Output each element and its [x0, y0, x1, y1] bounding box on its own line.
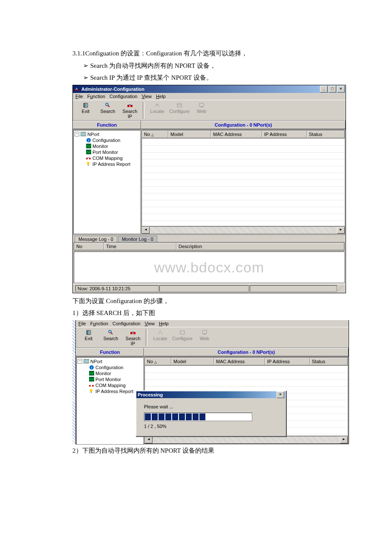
- log-body[interactable]: www.bdocx.com: [74, 251, 345, 283]
- tree-ip-report[interactable]: IP Address Report: [75, 161, 139, 167]
- svg-point-11: [157, 104, 158, 105]
- tree-root-2[interactable]: −NPort: [78, 358, 142, 364]
- toolbar-exit[interactable]: Exit: [75, 102, 96, 119]
- app-icon: [74, 86, 80, 92]
- svg-rect-30: [130, 332, 133, 334]
- toolbar-web-label-2: Web: [200, 336, 209, 341]
- tree-com-mapping-2[interactable]: COM Mapping: [78, 382, 142, 388]
- col-ip-2[interactable]: IP Address: [265, 358, 310, 365]
- bulb-icon-2: [89, 389, 94, 393]
- menu-function[interactable]: Function: [87, 94, 105, 99]
- col-no[interactable]: No △: [142, 130, 168, 138]
- toolbar-search[interactable]: Search: [98, 102, 118, 119]
- minimize-button[interactable]: _: [320, 86, 328, 92]
- tree-monitor[interactable]: Monitor: [75, 143, 139, 149]
- column-headers-2: No △ Model MAC Address IP Address Status: [144, 357, 348, 366]
- log-column-headers: No Time Description: [74, 242, 345, 251]
- folder-icon: [81, 132, 86, 136]
- close-button[interactable]: ×: [337, 86, 345, 92]
- app-window-2: File Function Configuration View Help Ex…: [75, 320, 349, 444]
- tree-port-monitor[interactable]: Port Monitor: [75, 149, 139, 155]
- tree-root[interactable]: −NPort: [75, 131, 139, 137]
- toolbar-web: Web: [191, 102, 212, 119]
- menu-configuration[interactable]: Configuration: [110, 94, 137, 99]
- col-status[interactable]: Status: [307, 130, 345, 138]
- tree-ip-report-2[interactable]: IP Address Report: [78, 388, 142, 394]
- maximize-button[interactable]: □: [329, 86, 336, 92]
- col-status-2[interactable]: Status: [310, 358, 348, 365]
- status-time: Now: 2006-9-11 10:21:25: [75, 285, 159, 292]
- tree-view[interactable]: −NPort iConfiguration Monitor Port Monit…: [73, 130, 141, 234]
- folder-icon-2: [84, 359, 89, 364]
- tree-configuration[interactable]: iConfiguration: [75, 137, 139, 143]
- logcol-time[interactable]: Time: [104, 243, 176, 250]
- app-window-1: Administrator-Configuration _ □ × File F…: [72, 85, 346, 293]
- toolbar: Exit Search Search IP Locate Configure W…: [73, 100, 346, 120]
- h-scrollbar-2[interactable]: ◄►: [144, 436, 348, 444]
- progress-bar: [144, 413, 252, 421]
- menu-view[interactable]: View: [141, 94, 152, 99]
- toolbar-web-label: Web: [197, 109, 206, 114]
- tab-monitor-log[interactable]: Monitor Log - 0: [118, 236, 157, 242]
- menu-help-2[interactable]: Help: [159, 321, 169, 326]
- h-scrollbar[interactable]: ◄►: [141, 226, 345, 234]
- dialog-titlebar[interactable]: Processing ×: [136, 391, 285, 398]
- col-model[interactable]: Model: [168, 130, 211, 138]
- toolbar-searchip[interactable]: Search IP: [120, 102, 140, 119]
- titlebar[interactable]: Administrator-Configuration _ □ ×: [73, 85, 346, 93]
- tree-view-2[interactable]: −NPort iConfiguration Monitor Port Monit…: [76, 357, 144, 445]
- collapse-icon-2[interactable]: −: [78, 359, 82, 364]
- tree-com-mapping[interactable]: COM Mapping: [75, 155, 139, 161]
- scroll-right-icon-2[interactable]: ►: [340, 436, 348, 443]
- list-grid[interactable]: [141, 139, 345, 226]
- toolbar-search-label: Search: [101, 109, 115, 114]
- tree-config-label: Configuration: [92, 138, 120, 143]
- col-no-2[interactable]: No △: [145, 358, 171, 365]
- tree-monitor-label: Monitor: [92, 144, 108, 149]
- toolbar-search-2[interactable]: Search: [101, 329, 121, 346]
- tab-message-log[interactable]: Message Log - 0: [75, 236, 117, 242]
- toolbar-searchip-2[interactable]: Search IP: [123, 329, 143, 346]
- menu-file[interactable]: File: [75, 94, 83, 99]
- tree-monitor-2[interactable]: Monitor: [78, 370, 142, 376]
- scroll-left-icon[interactable]: ◄: [142, 227, 150, 234]
- svg-rect-27: [88, 330, 91, 335]
- toolbar-configure-label-2: Configure: [172, 336, 193, 341]
- toolbar-web-2: Web: [194, 329, 215, 346]
- logcol-no[interactable]: No: [74, 243, 104, 250]
- logcol-desc[interactable]: Description: [176, 243, 344, 250]
- web-icon: [191, 102, 212, 109]
- pane-header-config: Configuration - 0 NPort(s): [141, 121, 346, 129]
- menu-file-2[interactable]: File: [78, 321, 86, 326]
- menu-help[interactable]: Help: [156, 94, 166, 99]
- toolbar-exit-2[interactable]: Exit: [78, 329, 99, 346]
- col-mac-2[interactable]: MAC Address: [214, 358, 265, 365]
- svg-rect-41: [89, 385, 91, 387]
- svg-rect-12: [177, 104, 182, 107]
- svg-point-43: [90, 389, 92, 392]
- dialog-close-button[interactable]: ×: [277, 391, 284, 398]
- col-model-2[interactable]: Model: [171, 358, 214, 365]
- tree-configuration-2[interactable]: iConfiguration: [78, 364, 142, 370]
- collapse-icon[interactable]: −: [75, 132, 79, 136]
- tree-port-monitor-2[interactable]: Port Monitor: [78, 376, 142, 382]
- toolbar-configure: Configure: [169, 102, 190, 119]
- scroll-right-icon[interactable]: ►: [337, 227, 345, 234]
- locate-icon-2: [150, 329, 170, 336]
- toolbar-configure-label: Configure: [169, 109, 190, 114]
- locate-icon: [147, 102, 167, 109]
- info-icon-2: i: [89, 365, 94, 370]
- menu-function-2[interactable]: Function: [90, 321, 108, 326]
- menu-configuration-2[interactable]: Configuration: [112, 321, 140, 326]
- resize-grip-icon[interactable]: ⋰: [338, 285, 343, 292]
- scroll-left-icon-2[interactable]: ◄: [145, 436, 153, 443]
- col-ip[interactable]: IP Address: [262, 130, 307, 138]
- toolbar-locate: Locate: [147, 102, 167, 119]
- tree-portmon-label: Port Monitor: [92, 150, 118, 155]
- menu-view-2[interactable]: View: [144, 321, 155, 326]
- svg-rect-25: [88, 165, 89, 166]
- toolbar-configure-2: Configure: [172, 329, 193, 346]
- svg-text:i: i: [88, 139, 89, 142]
- col-mac[interactable]: MAC Address: [211, 130, 262, 138]
- svg-rect-8: [127, 105, 130, 107]
